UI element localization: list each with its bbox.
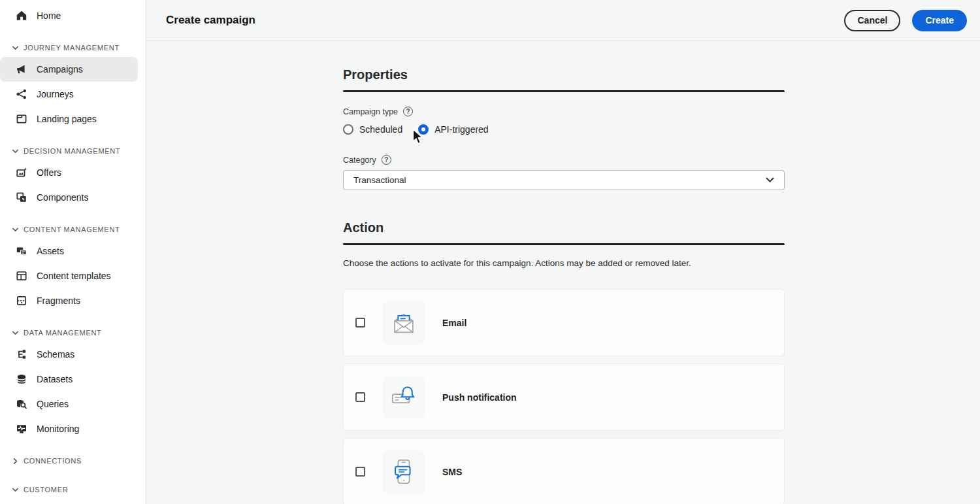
push-icon-tile — [382, 376, 425, 419]
sidebar-item-label: Fragments — [37, 295, 80, 306]
push-notification-icon — [389, 382, 419, 412]
radio-scheduled-label[interactable]: Scheduled — [359, 124, 402, 135]
sidebar-item-components[interactable]: Components — [0, 185, 138, 210]
sidebar-item-label: Datasets — [37, 374, 73, 384]
channel-label: Push notification — [442, 392, 517, 403]
sidebar-section-label: CUSTOMER — [24, 486, 68, 494]
chevron-down-icon — [11, 44, 19, 52]
monitoring-icon — [16, 423, 27, 435]
radio-scheduled[interactable] — [343, 124, 353, 135]
sidebar-section-label: DATA MANAGEMENT — [24, 329, 102, 337]
main-area: Create campaign Cancel Create Properties… — [146, 0, 980, 504]
sidebar-item-label: Assets — [37, 246, 64, 256]
queries-icon — [16, 398, 27, 410]
content-templates-icon — [16, 270, 27, 282]
create-button[interactable]: Create — [912, 10, 967, 31]
channel-card-sms[interactable]: SMS — [343, 438, 785, 504]
sidebar-item-assets[interactable]: Assets — [0, 239, 138, 263]
push-checkbox[interactable] — [355, 392, 365, 402]
sidebar-section-decision-management[interactable]: DECISION MANAGEMENT — [0, 142, 146, 160]
sidebar-item-label: Monitoring — [37, 424, 79, 434]
help-icon[interactable]: ? — [382, 155, 391, 165]
journeys-icon — [16, 88, 27, 100]
sidebar-section-label: DECISION MANAGEMENT — [24, 147, 120, 155]
landing-pages-icon — [16, 113, 27, 125]
content-area: Properties Campaign type ? Scheduled API… — [146, 41, 980, 504]
sms-icon-tile — [382, 450, 425, 494]
sidebar-item-label: Queries — [37, 399, 69, 409]
category-label-row: Category ? — [343, 155, 785, 165]
campaign-type-label: Campaign type — [343, 107, 398, 116]
sidebar-item-label: Home — [37, 10, 61, 21]
home-icon — [16, 10, 27, 22]
sidebar-item-label: Offers — [37, 167, 61, 178]
sidebar-section-content-management[interactable]: CONTENT MANAGEMENT — [0, 220, 146, 239]
sidebar-item-landing-pages[interactable]: Landing pages — [0, 107, 138, 131]
chevron-down-icon — [766, 177, 774, 183]
radio-api-triggered-label[interactable]: API-triggered — [434, 124, 488, 135]
sidebar-item-label: Campaigns — [37, 64, 83, 75]
sidebar-item-label: Landing pages — [37, 114, 97, 124]
cancel-button[interactable]: Cancel — [844, 10, 900, 31]
sidebar-item-label: Journeys — [37, 89, 74, 99]
datasets-icon — [16, 373, 27, 385]
sidebar-item-content-templates[interactable]: Content templates — [0, 263, 138, 288]
channel-card-push[interactable]: Push notification — [343, 363, 785, 431]
sidebar-item-fragments[interactable]: Fragments — [0, 288, 138, 313]
email-icon — [389, 308, 419, 338]
properties-heading: Properties — [343, 41, 785, 82]
components-icon — [16, 192, 27, 203]
chevron-down-icon — [11, 329, 19, 337]
properties-divider — [343, 90, 785, 92]
action-heading: Action — [343, 220, 785, 235]
form-column: Properties Campaign type ? Scheduled API… — [343, 41, 785, 504]
email-icon-tile — [382, 301, 425, 344]
sidebar-section-label: CONNECTIONS — [24, 457, 82, 465]
sidebar-item-schemas[interactable]: Schemas — [0, 342, 138, 367]
topbar: Create campaign Cancel Create — [146, 0, 980, 41]
sms-icon — [389, 457, 419, 487]
action-divider — [343, 243, 785, 245]
chevron-right-icon — [11, 457, 19, 465]
sidebar-item-home[interactable]: Home — [0, 3, 138, 28]
chevron-down-icon — [11, 226, 19, 233]
email-checkbox[interactable] — [355, 318, 365, 328]
sidebar-section-journey-management[interactable]: JOURNEY MANAGEMENT — [0, 39, 146, 57]
category-selected-value: Transactional — [353, 175, 406, 185]
campaign-type-radio-group: Scheduled API-triggered — [343, 124, 785, 135]
sidebar-item-monitoring[interactable]: Monitoring — [0, 416, 138, 441]
help-icon[interactable]: ? — [403, 107, 413, 116]
channel-label: SMS — [442, 467, 462, 477]
category-select[interactable]: Transactional — [343, 170, 785, 190]
topbar-actions: Cancel Create — [844, 10, 967, 31]
sidebar-section-customer[interactable]: CUSTOMER — [0, 480, 146, 499]
sidebar-section-data-management[interactable]: DATA MANAGEMENT — [0, 324, 146, 342]
sidebar-item-label: Components — [37, 192, 88, 203]
sidebar-item-datasets[interactable]: Datasets — [0, 367, 138, 392]
page-title: Create campaign — [166, 14, 255, 27]
sidebar-item-journeys[interactable]: Journeys — [0, 82, 138, 107]
category-label: Category — [343, 156, 376, 165]
fragments-icon — [16, 295, 27, 307]
sidebar-item-offers[interactable]: Offers — [0, 160, 138, 185]
sms-checkbox[interactable] — [355, 467, 365, 477]
sidebar-item-label: Content templates — [37, 271, 111, 281]
chevron-down-icon — [11, 147, 19, 155]
radio-api-triggered[interactable] — [418, 124, 429, 135]
channel-label: Email — [442, 318, 466, 328]
sidebar-section-label: CONTENT MANAGEMENT — [24, 226, 120, 233]
schemas-icon — [16, 348, 27, 360]
action-description: Choose the actions to activate for this … — [343, 258, 785, 268]
sidebar-section-label: JOURNEY MANAGEMENT — [24, 44, 120, 52]
chevron-down-icon — [11, 486, 19, 494]
channel-card-email[interactable]: Email — [343, 289, 785, 356]
app-root: Home JOURNEY MANAGEMENT Campaigns Journe… — [0, 0, 980, 504]
sidebar-section-connections[interactable]: CONNECTIONS — [0, 452, 146, 470]
sidebar: Home JOURNEY MANAGEMENT Campaigns Journe… — [0, 0, 146, 504]
sidebar-item-campaigns[interactable]: Campaigns — [0, 57, 138, 82]
offers-icon — [16, 167, 27, 178]
assets-icon — [16, 245, 27, 257]
sidebar-item-label: Schemas — [37, 349, 74, 360]
sidebar-item-queries[interactable]: Queries — [0, 392, 138, 416]
campaigns-icon — [16, 63, 27, 75]
